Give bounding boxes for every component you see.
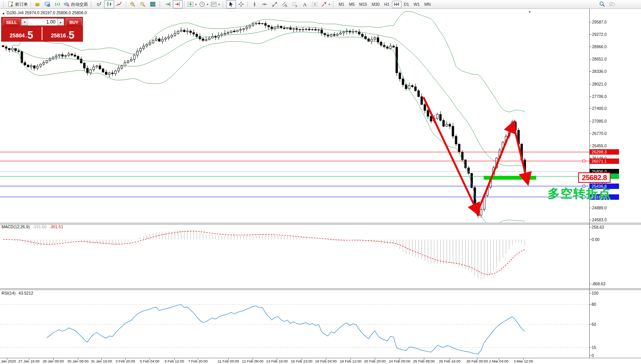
timeframe-h1-button[interactable]: H1 [382,1,391,8]
time-axis-label: 16 Feb 23:00 [291,359,312,363]
label-tool-button[interactable]: T [310,0,320,8]
rsi-axis-tick: 80 [592,302,596,307]
timeframe-m1-button[interactable]: M1 [336,1,347,8]
auto-scroll-button[interactable] [163,0,173,8]
templates-dropdown-icon[interactable]: ▾ [218,3,220,6]
text-tool-button[interactable]: A [300,0,310,8]
rsi-axis-tick: 15 [592,345,596,350]
buy-price-dot: . [67,32,68,39]
macd-rsi-separator[interactable] [0,288,641,289]
time-axis-label: 25 Feb 08:00 [413,359,435,363]
timeframe-m15-button[interactable]: M15 [357,1,369,8]
macd-axis-tick: -868.63 [592,281,606,286]
sell-price[interactable]: 25804.5 [2,26,41,41]
indicators-dropdown-icon[interactable]: ▾ [195,3,197,6]
chart-shift-button[interactable] [173,0,183,8]
cursor-tool-button[interactable] [226,0,236,8]
time-axis-label: 6 Feb 12:00 [165,359,184,363]
indicators-button[interactable]: ▾ [186,0,198,8]
arrows-tool-button[interactable]: ▾ [320,0,331,8]
rsi-axis-tick: 0 [592,353,594,358]
trend-arrow-3[interactable] [513,124,527,181]
search-button[interactable] [597,0,607,8]
timeframe-mn-button[interactable]: MN [422,1,433,8]
toolbar-separator [248,1,248,8]
auto-trading-button-label: 自动交易 [71,2,88,7]
zoom-out-button[interactable] [138,0,148,8]
trade-panel-divider [42,27,42,40]
volume-input[interactable] [28,19,57,25]
bollinger-middle-band [12,27,525,166]
svg-text:E: E [285,5,287,7]
horizontal-line-tool-button[interactable] [260,0,270,8]
periods-icon [199,1,205,7]
vertical-line-tool-button[interactable] [250,0,260,8]
turning-point-annotation[interactable]: 多空转折点 [548,185,611,202]
data-window-button[interactable] [42,0,52,8]
price-axis-tick: 29272.0 [592,32,607,37]
timeframe-m5-button[interactable]: M5 [347,1,357,8]
time-axis-label: 7 Feb 20:00 [188,359,208,363]
collapse-arrow-icon[interactable]: ▲ [2,12,5,15]
time-axis-label: 4 Jan 2020 [0,359,16,363]
chat-button[interactable] [607,0,617,8]
buy-button[interactable]: BUY [66,18,82,26]
new-order-button[interactable]: 新订单 [7,0,29,8]
tile-windows-button[interactable] [148,0,158,8]
line-chart-icon [116,1,122,7]
sell-price-frac: 5 [27,30,33,40]
text-tool-icon: A [302,1,308,7]
macd-rsi-separator-2 [0,290,641,290]
rsi-name: RSI(14) [2,291,15,295]
data-window-icon [44,1,51,7]
chart-corner-arrow-icon[interactable]: ▼ [528,10,531,14]
trend-arrow-2[interactable] [477,124,513,212]
arrows-tool-icon [321,1,327,7]
zoom-in-button[interactable] [128,0,138,8]
candlestick-chart-button[interactable] [104,0,114,8]
rsi-panel [0,304,589,354]
toolbar: 新订单自动交易▾▾▾EFAT▾M1M5M15M30H1H4D1W1MN [0,0,641,9]
timeframe-h4-button[interactable]: H4 [392,1,401,8]
fibonacci-tool-button[interactable]: F [290,0,300,8]
macd-panel [3,230,525,280]
time-axis-label: 5 Feb 04:00 [140,359,160,363]
main-macd-separator-2 [0,224,641,224]
channel-tool-button[interactable]: E [280,0,290,8]
crosshair-tool-button[interactable] [236,0,246,8]
arrows-tool-dropdown-icon[interactable]: ▾ [329,3,330,6]
auto-trading-button[interactable]: 自动交易 [62,0,89,8]
chart-canvas[interactable] [0,0,641,364]
timeframe-d1-button[interactable]: D1 [401,1,411,8]
signals-button[interactable] [52,0,62,8]
timeframe-m30-button[interactable]: M30 [369,1,382,8]
templates-button[interactable]: ▾ [209,0,221,8]
trendline-tool-button[interactable] [270,0,280,8]
time-axis-label: 24 Feb 00:00 [389,359,410,363]
time-axis-label: 3 Mar 12:00 [514,359,533,363]
macd-axis-tick: 0.00 [592,237,599,242]
auto-scroll-icon [165,1,171,7]
line-chart-button[interactable] [114,0,124,8]
periods-button[interactable]: ▾ [198,0,209,8]
trend-arrow-1[interactable] [423,97,477,212]
volume-decrease-button[interactable]: ▼ [21,19,28,25]
rsi-indicator-label: RSI(14) 43.5212 [2,291,33,295]
price-axis-tick: 27706.0 [592,94,607,99]
level-handle-26071.1[interactable] [583,160,585,162]
sell-button[interactable]: SELL [3,18,20,26]
periods-dropdown-icon[interactable]: ▾ [207,3,208,6]
search-icon [599,1,605,7]
buy-price[interactable]: 25816.5 [43,26,82,41]
channel-tool-icon: E [282,1,288,7]
volume-increase-button[interactable]: ▲ [57,19,64,25]
svg-text:A: A [303,2,307,7]
main-macd-separator[interactable] [0,223,641,223]
time-axis-label: 2 Mar 04:00 [489,359,509,363]
market-watch-button[interactable] [32,0,42,8]
price-callout-box[interactable]: 25682.8 [578,172,611,183]
bar-chart-button[interactable] [94,0,104,8]
time-axis-label: 20 Feb 20:00 [364,359,386,363]
timeframe-w1-button[interactable]: W1 [411,1,422,8]
price-axis-tick: 29587.0 [592,20,607,24]
